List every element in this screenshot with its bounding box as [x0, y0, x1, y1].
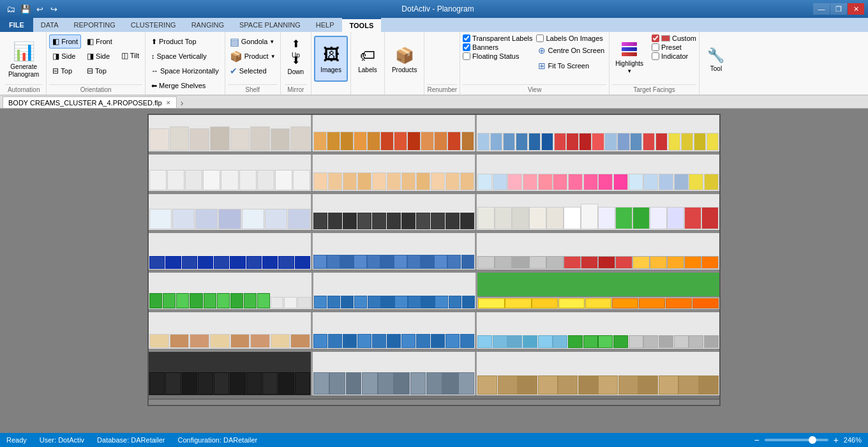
banners-checkbox[interactable]: Banners	[463, 43, 532, 51]
tab-file[interactable]: FILE	[0, 18, 33, 32]
tab-clustering[interactable]: CLUSTERING	[123, 18, 184, 32]
front-label: Front	[61, 38, 78, 45]
selected-button[interactable]: ✔ Selected	[228, 64, 278, 78]
transparent-labels-checkbox[interactable]: Transparent Labels	[463, 34, 532, 42]
custom-input[interactable]	[652, 34, 659, 42]
side-label: Side	[61, 52, 75, 60]
zoom-level: 246%	[844, 436, 862, 444]
images-icon: 🖼	[323, 45, 340, 64]
window-controls: — ❐ ✕	[813, 3, 864, 15]
orientation-tilt-button[interactable]: ◫ Tilt	[118, 49, 142, 63]
shelf-base	[149, 398, 719, 405]
space-horizontally-icon: ↔	[151, 67, 158, 75]
generate-planogram-button[interactable]: 📊 GeneratePlanogram	[5, 36, 42, 83]
gondola-dropdown-icon: ▼	[269, 39, 274, 45]
tool-label: Tool	[710, 65, 722, 72]
banners-input[interactable]	[463, 43, 470, 51]
planogram-canvas[interactable]	[147, 114, 721, 406]
products-button[interactable]: 📦 Products	[387, 37, 421, 83]
orientation-side-button[interactable]: ◨ Side	[49, 49, 81, 63]
highlights-color-bar2	[622, 47, 637, 51]
centre-on-screen-label: Centre On Screen	[548, 47, 604, 54]
product-dropdown-icon: ▼	[271, 54, 276, 59]
status-bar: Ready User: DotActiv Database: DARetaile…	[0, 433, 868, 447]
tab-ranging[interactable]: RANGING	[184, 18, 232, 32]
labels-on-images-checkbox[interactable]: Labels On Images	[536, 34, 606, 42]
orientation-top2-button[interactable]: ⊟ Top	[84, 64, 116, 78]
group-target-facings: Highlights ▼ Custom Preset	[610, 32, 699, 95]
custom-checkbox[interactable]: Custom	[652, 34, 696, 42]
front2-icon: ◧	[87, 37, 94, 46]
floating-status-input[interactable]	[463, 52, 470, 60]
fit-to-screen-button[interactable]: ⊞ Fit To Screen	[536, 59, 606, 73]
doc-tab-close[interactable]: ✕	[166, 100, 171, 106]
zoom-out-button[interactable]: −	[754, 435, 759, 445]
minimize-button[interactable]: —	[813, 3, 830, 15]
space-vertically-button[interactable]: ↕ Space Vertically	[148, 49, 222, 63]
highlights-dropdown-icon: ▼	[627, 68, 632, 74]
status-bar-right: − + 246%	[754, 435, 862, 445]
centre-on-screen-button[interactable]: ⊕ Centre On Screen	[536, 43, 606, 57]
orientation-top-button[interactable]: ⊟ Top	[49, 64, 81, 78]
tab-reporting[interactable]: REPORTING	[66, 18, 123, 32]
selected-label: Selected	[239, 67, 267, 75]
group-automation-label: Automation	[5, 84, 42, 93]
space-horizontally-label: Space Horizontally	[160, 67, 219, 75]
indicator-input[interactable]	[652, 52, 659, 60]
indicator-label: Indicator	[661, 52, 688, 60]
undo-button[interactable]: ↩	[33, 3, 46, 15]
tab-tools[interactable]: TOOLS	[342, 18, 382, 32]
doc-tab[interactable]: BODY CREAMS_CLUSTER A_4.PROPOSED.flp ✕	[3, 96, 177, 108]
tab-help[interactable]: HELP	[308, 18, 342, 32]
orientation-front-button[interactable]: ◧ Front	[49, 34, 81, 49]
product-button[interactable]: 📦 Product ▼	[228, 49, 278, 63]
fit-to-screen-label: Fit To Screen	[548, 62, 589, 70]
fit-to-screen-icon: ⊞	[538, 61, 546, 71]
restore-button[interactable]: ❐	[830, 3, 847, 15]
redo-button[interactable]: ↪	[47, 3, 60, 15]
labels-button[interactable]: 🏷 Labels	[354, 37, 382, 83]
space-horizontally-button[interactable]: ↔ Space Horizontally	[148, 64, 222, 78]
mirror-down-button[interactable]: ⬇ Down	[285, 52, 308, 66]
group-labels: 🏷 Labels .	[351, 32, 385, 95]
labels-on-images-label: Labels On Images	[546, 34, 602, 42]
merge-shelves-label: Merge Shelves	[159, 82, 206, 89]
close-button[interactable]: ✕	[848, 3, 864, 15]
highlights-button[interactable]: Highlights ▼	[612, 34, 647, 82]
preset-checkbox[interactable]: Preset	[652, 43, 696, 51]
group-mirror-label: Mirror	[285, 84, 308, 93]
preset-input[interactable]	[652, 43, 659, 51]
indicator-checkbox[interactable]: Indicator	[652, 52, 696, 60]
space-vertically-label: Space Vertically	[157, 52, 207, 60]
title-bar: 🗂 💾 ↩ ↪ DotActiv - Planogram — ❐ ✕	[0, 0, 868, 18]
save-button[interactable]: 💾	[19, 3, 32, 15]
gondola-button[interactable]: ▤ Gondola ▼	[228, 34, 278, 49]
product-top-icon: ⬆	[151, 38, 157, 46]
orientation-side2-button[interactable]: ◨ Side	[84, 49, 116, 63]
generate-planogram-icon: 📊	[13, 41, 35, 62]
products-label: Products	[392, 66, 417, 73]
tab-space-planning[interactable]: SPACE PLANNING	[232, 18, 308, 32]
doc-scroll-right[interactable]: ›	[177, 98, 188, 108]
labels-label: Labels	[358, 66, 377, 73]
orientation-front2-button[interactable]: ◧ Front	[84, 34, 116, 49]
mirror-up-button[interactable]: ⬆ Up	[288, 36, 303, 50]
zoom-slider-thumb[interactable]	[809, 436, 816, 444]
merge-shelves-button[interactable]: ⬅ Merge Shelves	[148, 79, 222, 93]
doc-tab-bar: BODY CREAMS_CLUSTER A_4.PROPOSED.flp ✕ ›	[0, 96, 868, 109]
custom-label: Custom	[672, 34, 696, 42]
images-button[interactable]: 🖼 Images	[314, 36, 348, 82]
zoom-in-button[interactable]: +	[834, 435, 839, 445]
tool-button[interactable]: 🔧 Tool	[702, 36, 730, 84]
transparent-labels-input[interactable]	[463, 34, 470, 42]
side2-icon: ◨	[87, 52, 94, 61]
zoom-slider[interactable]	[765, 439, 828, 441]
tilt-label: Tilt	[130, 52, 139, 59]
product-top-button[interactable]: ⬆ Product Top	[148, 34, 222, 49]
product-icon: 📦	[230, 50, 243, 63]
labels-on-images-input[interactable]	[536, 34, 544, 42]
selected-icon: ✔	[230, 66, 237, 76]
floating-status-checkbox[interactable]: Floating Status	[463, 52, 532, 60]
status-user: User: DotActiv	[40, 436, 84, 444]
tab-data[interactable]: DATA	[33, 18, 66, 32]
